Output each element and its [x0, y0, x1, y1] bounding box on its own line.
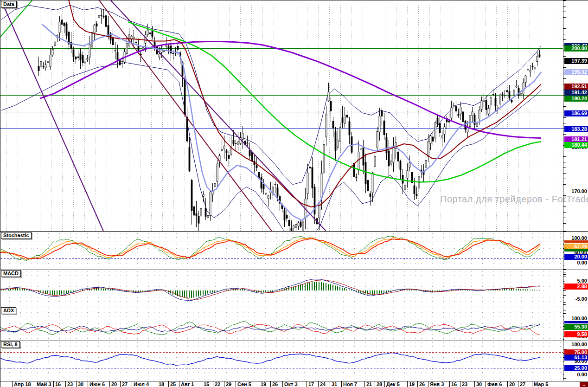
time-label-16: 16 [53, 381, 61, 387]
time-label-Апр 18: Апр 18 [12, 381, 31, 387]
adx-plot[interactable] [0, 307, 563, 341]
time-label-Июл 4: Июл 4 [132, 381, 149, 387]
scale-label-25.00: 25.00 [564, 365, 588, 371]
scale-label-55.30: 55.30 [564, 324, 588, 330]
scale-label-2.88: 2.88 [564, 284, 588, 290]
scale-label-197.39: 197.39 [564, 58, 588, 64]
time-label-Июн 6: Июн 6 [88, 381, 105, 387]
rsi-plot[interactable] [0, 341, 563, 381]
scale-label-192.51: 192.51 [564, 84, 588, 90]
time-label-Авг 1: Авг 1 [179, 381, 194, 387]
price-chart-panel[interactable]: Портал для трейдеров - ForTrader.ru Data [0, 0, 563, 232]
time-label-28: 28 [375, 381, 382, 387]
scale-label-67.29: 67.29 [564, 244, 588, 250]
time-label-15: 15 [202, 381, 209, 387]
price-scale-column[interactable]: 200.47200.00197.39195.02192.51191.42190.… [563, 0, 588, 381]
scale-label-200.00: 200.00 [564, 45, 588, 52]
main-panel-label[interactable]: Data [1, 1, 17, 8]
time-label-Янв 3: Янв 3 [428, 381, 444, 387]
time-label-20: 20 [507, 381, 515, 387]
time-label-Фев 6: Фев 6 [486, 381, 502, 387]
scale-label-61.13: 61.13 [564, 355, 588, 361]
scale-label-191.42: 191.42 [564, 90, 588, 96]
time-label-29: 29 [224, 381, 231, 387]
scale-label-sliver [564, 240, 588, 243]
scale-label-0.00: 0.00 [564, 260, 588, 266]
time-label-30: 30 [474, 381, 482, 387]
time-label-20: 20 [109, 381, 117, 387]
time-label-16: 16 [449, 381, 457, 387]
time-axis[interactable]: → Апр 18Май 3162330Июн 62027Июл 41825Авг… [0, 381, 588, 387]
scale-label-100.00: 100.00 [564, 342, 588, 348]
time-label-24: 24 [318, 381, 326, 387]
time-label-Дек 5: Дек 5 [384, 381, 400, 387]
time-label-22: 22 [213, 381, 220, 387]
time-label-27: 27 [120, 381, 128, 387]
stochastic-panel[interactable]: Stochastic [0, 232, 563, 270]
scale-label-20.00: 20.00 [564, 254, 588, 260]
scale-label-sliver [564, 249, 588, 252]
time-label-Окт 3: Окт 3 [282, 381, 298, 387]
time-label-23: 23 [65, 381, 73, 387]
adx-panel-label[interactable]: ADX [1, 307, 16, 314]
time-label-30: 30 [76, 381, 83, 387]
time-label-Сен 5: Сен 5 [236, 381, 251, 387]
panel-divider[interactable] [0, 341, 588, 341]
time-label-18: 18 [157, 381, 164, 387]
panel-divider[interactable] [0, 270, 588, 270]
scale-label-180.44: 180.44 [564, 142, 588, 148]
time-label-31: 31 [330, 381, 337, 387]
trading-terminal-chart: 200.47200.00197.39195.02192.51191.42190.… [0, 0, 588, 387]
macd-panel[interactable]: MACD [0, 270, 563, 307]
scale-label-170.00: 170.00 [564, 188, 588, 194]
time-label-25: 25 [168, 381, 176, 387]
time-label-26: 26 [417, 381, 425, 387]
scale-label-195.02: 195.02 [564, 69, 588, 75]
right-arrow-icon: → [582, 382, 586, 387]
time-label-19: 19 [407, 381, 415, 387]
time-label-27: 27 [518, 381, 525, 387]
panel-divider[interactable] [0, 231, 588, 232]
time-label-Мар 5: Мар 5 [532, 381, 548, 387]
scale-label-sliver [564, 321, 588, 323]
time-label-21: 21 [364, 381, 372, 387]
time-label-Ноя 7: Ноя 7 [341, 381, 357, 387]
panel-divider[interactable] [0, 307, 588, 307]
time-label-17: 17 [307, 381, 314, 387]
time-label-19: 19 [259, 381, 266, 387]
scale-label-0.00: 0.00 [564, 372, 588, 378]
scale-label--5.00: -5.00 [564, 296, 588, 302]
scale-label-100.00: 100.00 [564, 316, 588, 322]
macd-panel-label[interactable]: MACD [1, 270, 21, 277]
scale-label-190.24: 190.24 [564, 96, 588, 102]
scroll-to-end-button[interactable]: → [580, 382, 588, 387]
scale-label-183.28: 183.28 [564, 126, 588, 132]
stochastic-plot[interactable] [0, 232, 563, 270]
stochastic-panel-label[interactable]: Stochastic [1, 232, 32, 239]
time-label-23: 23 [460, 381, 467, 387]
price-plot[interactable] [0, 0, 563, 232]
scale-label-186.69: 186.69 [564, 110, 588, 116]
macd-plot[interactable] [0, 270, 563, 307]
time-label-26: 26 [270, 381, 278, 387]
time-label-Май 3: Май 3 [35, 381, 51, 387]
rsi-panel-label[interactable]: RSI, 8 [1, 341, 20, 348]
adx-panel[interactable]: ADX [0, 307, 563, 341]
rsi-panel[interactable]: RSI, 8 [0, 341, 563, 381]
scale-label-9.58: 9.58 [564, 331, 588, 337]
